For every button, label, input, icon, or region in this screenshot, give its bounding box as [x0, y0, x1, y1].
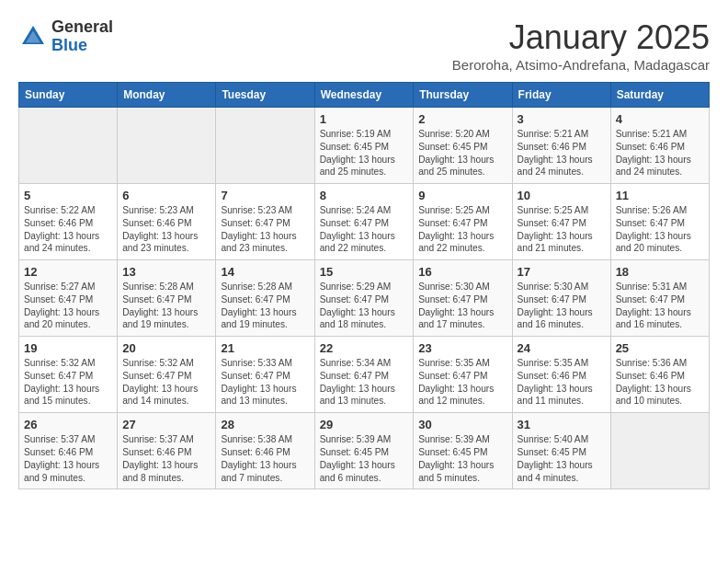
cell-content: Sunrise: 5:35 AM Sunset: 6:47 PM Dayligh…: [418, 357, 506, 408]
calendar-cell: 31Sunrise: 5:40 AM Sunset: 6:45 PM Dayli…: [512, 413, 610, 489]
calendar-cell: 23Sunrise: 5:35 AM Sunset: 6:47 PM Dayli…: [414, 337, 512, 413]
calendar-cell: 16Sunrise: 5:30 AM Sunset: 6:47 PM Dayli…: [414, 260, 512, 337]
calendar-cell: 28Sunrise: 5:38 AM Sunset: 6:46 PM Dayli…: [216, 413, 314, 489]
calendar-header: SundayMondayTuesdayWednesdayThursdayFrid…: [19, 83, 710, 108]
day-of-week-friday: Friday: [512, 83, 610, 108]
logo-text: General Blue: [51, 18, 113, 55]
calendar-cell: 11Sunrise: 5:26 AM Sunset: 6:47 PM Dayli…: [610, 184, 709, 260]
calendar-cell: 15Sunrise: 5:29 AM Sunset: 6:47 PM Dayli…: [314, 260, 414, 337]
calendar-cell: [610, 413, 709, 489]
logo-icon: [18, 22, 48, 52]
logo-blue: Blue: [51, 37, 113, 55]
day-number: 8: [320, 189, 409, 202]
calendar-cell: 3Sunrise: 5:21 AM Sunset: 6:46 PM Daylig…: [512, 108, 610, 184]
cell-content: Sunrise: 5:32 AM Sunset: 6:47 PM Dayligh…: [122, 357, 210, 408]
calendar-cell: 26Sunrise: 5:37 AM Sunset: 6:46 PM Dayli…: [19, 413, 118, 489]
day-of-week-thursday: Thursday: [414, 83, 512, 108]
calendar-cell: 9Sunrise: 5:25 AM Sunset: 6:47 PM Daylig…: [414, 184, 512, 260]
calendar-cell: 5Sunrise: 5:22 AM Sunset: 6:46 PM Daylig…: [19, 184, 118, 260]
calendar-cell: 18Sunrise: 5:31 AM Sunset: 6:47 PM Dayli…: [610, 260, 709, 337]
cell-content: Sunrise: 5:38 AM Sunset: 6:46 PM Dayligh…: [221, 433, 309, 484]
cell-content: Sunrise: 5:29 AM Sunset: 6:47 PM Dayligh…: [320, 281, 409, 331]
day-number: 3: [518, 112, 606, 126]
logo-general: General: [51, 18, 113, 37]
calendar-body: 1Sunrise: 5:19 AM Sunset: 6:45 PM Daylig…: [19, 108, 710, 489]
days-row: SundayMondayTuesdayWednesdayThursdayFrid…: [19, 83, 710, 108]
calendar-cell: 25Sunrise: 5:36 AM Sunset: 6:46 PM Dayli…: [610, 337, 709, 413]
day-number: 15: [320, 265, 409, 279]
calendar-cell: [216, 108, 314, 184]
day-number: 10: [518, 189, 606, 202]
day-number: 5: [24, 189, 112, 202]
cell-content: Sunrise: 5:23 AM Sunset: 6:47 PM Dayligh…: [221, 204, 309, 255]
day-number: 9: [418, 189, 506, 202]
day-number: 14: [221, 265, 309, 279]
day-number: 4: [616, 112, 704, 126]
cell-content: Sunrise: 5:27 AM Sunset: 6:47 PM Dayligh…: [24, 281, 112, 331]
cell-content: Sunrise: 5:32 AM Sunset: 6:47 PM Dayligh…: [24, 357, 112, 408]
day-number: 12: [24, 265, 112, 279]
cell-content: Sunrise: 5:39 AM Sunset: 6:45 PM Dayligh…: [418, 433, 506, 484]
cell-content: Sunrise: 5:34 AM Sunset: 6:47 PM Dayligh…: [320, 357, 409, 408]
day-number: 20: [122, 341, 210, 355]
week-row-2: 5Sunrise: 5:22 AM Sunset: 6:46 PM Daylig…: [19, 184, 710, 260]
cell-content: Sunrise: 5:28 AM Sunset: 6:47 PM Dayligh…: [122, 281, 210, 331]
cell-content: Sunrise: 5:24 AM Sunset: 6:47 PM Dayligh…: [320, 204, 409, 255]
calendar-cell: 8Sunrise: 5:24 AM Sunset: 6:47 PM Daylig…: [314, 184, 414, 260]
calendar-cell: 12Sunrise: 5:27 AM Sunset: 6:47 PM Dayli…: [19, 260, 118, 337]
calendar-cell: 14Sunrise: 5:28 AM Sunset: 6:47 PM Dayli…: [216, 260, 314, 337]
cell-content: Sunrise: 5:21 AM Sunset: 6:46 PM Dayligh…: [518, 128, 606, 178]
cell-content: Sunrise: 5:26 AM Sunset: 6:47 PM Dayligh…: [616, 204, 704, 255]
day-number: 1: [320, 112, 409, 126]
day-of-week-wednesday: Wednesday: [314, 83, 414, 108]
week-row-4: 19Sunrise: 5:32 AM Sunset: 6:47 PM Dayli…: [19, 337, 710, 413]
day-number: 30: [418, 418, 506, 431]
day-number: 13: [122, 265, 210, 279]
day-of-week-monday: Monday: [118, 83, 216, 108]
day-of-week-tuesday: Tuesday: [216, 83, 314, 108]
calendar-cell: 24Sunrise: 5:35 AM Sunset: 6:46 PM Dayli…: [512, 337, 610, 413]
calendar-cell: 20Sunrise: 5:32 AM Sunset: 6:47 PM Dayli…: [118, 337, 216, 413]
cell-content: Sunrise: 5:35 AM Sunset: 6:46 PM Dayligh…: [518, 357, 606, 408]
cell-content: Sunrise: 5:23 AM Sunset: 6:46 PM Dayligh…: [122, 204, 210, 255]
day-number: 2: [418, 112, 506, 126]
cell-content: Sunrise: 5:22 AM Sunset: 6:46 PM Dayligh…: [24, 204, 112, 255]
week-row-1: 1Sunrise: 5:19 AM Sunset: 6:45 PM Daylig…: [19, 108, 710, 184]
cell-content: Sunrise: 5:25 AM Sunset: 6:47 PM Dayligh…: [518, 204, 606, 255]
day-of-week-saturday: Saturday: [610, 83, 709, 108]
calendar-cell: [19, 108, 118, 184]
calendar-cell: 30Sunrise: 5:39 AM Sunset: 6:45 PM Dayli…: [414, 413, 512, 489]
cell-content: Sunrise: 5:25 AM Sunset: 6:47 PM Dayligh…: [418, 204, 506, 255]
calendar-cell: 29Sunrise: 5:39 AM Sunset: 6:45 PM Dayli…: [314, 413, 414, 489]
day-number: 31: [518, 418, 606, 431]
calendar-cell: 27Sunrise: 5:37 AM Sunset: 6:46 PM Dayli…: [118, 413, 216, 489]
logo: General Blue: [18, 18, 113, 55]
calendar-cell: 4Sunrise: 5:21 AM Sunset: 6:46 PM Daylig…: [610, 108, 709, 184]
cell-content: Sunrise: 5:30 AM Sunset: 6:47 PM Dayligh…: [418, 281, 506, 331]
calendar-table: SundayMondayTuesdayWednesdayThursdayFrid…: [18, 82, 710, 489]
day-of-week-sunday: Sunday: [19, 83, 118, 108]
week-row-5: 26Sunrise: 5:37 AM Sunset: 6:46 PM Dayli…: [19, 413, 710, 489]
calendar-cell: [118, 108, 216, 184]
cell-content: Sunrise: 5:20 AM Sunset: 6:45 PM Dayligh…: [418, 128, 506, 178]
cell-content: Sunrise: 5:31 AM Sunset: 6:47 PM Dayligh…: [616, 281, 704, 331]
day-number: 22: [320, 341, 409, 355]
cell-content: Sunrise: 5:36 AM Sunset: 6:46 PM Dayligh…: [616, 357, 704, 408]
cell-content: Sunrise: 5:40 AM Sunset: 6:45 PM Dayligh…: [518, 433, 606, 484]
day-number: 29: [320, 418, 409, 431]
calendar-cell: 19Sunrise: 5:32 AM Sunset: 6:47 PM Dayli…: [19, 337, 118, 413]
cell-content: Sunrise: 5:39 AM Sunset: 6:45 PM Dayligh…: [320, 433, 409, 484]
day-number: 28: [221, 418, 309, 431]
day-number: 11: [616, 189, 704, 202]
calendar-cell: 7Sunrise: 5:23 AM Sunset: 6:47 PM Daylig…: [216, 184, 314, 260]
calendar-cell: 2Sunrise: 5:20 AM Sunset: 6:45 PM Daylig…: [414, 108, 512, 184]
week-row-3: 12Sunrise: 5:27 AM Sunset: 6:47 PM Dayli…: [19, 260, 710, 337]
cell-content: Sunrise: 5:21 AM Sunset: 6:46 PM Dayligh…: [616, 128, 704, 178]
cell-content: Sunrise: 5:37 AM Sunset: 6:46 PM Dayligh…: [122, 433, 210, 484]
cell-content: Sunrise: 5:28 AM Sunset: 6:47 PM Dayligh…: [221, 281, 309, 331]
title-area: January 2025 Beroroha, Atsimo-Andrefana,…: [452, 18, 710, 73]
calendar-cell: 10Sunrise: 5:25 AM Sunset: 6:47 PM Dayli…: [512, 184, 610, 260]
day-number: 17: [518, 265, 606, 279]
day-number: 24: [518, 341, 606, 355]
day-number: 27: [122, 418, 210, 431]
